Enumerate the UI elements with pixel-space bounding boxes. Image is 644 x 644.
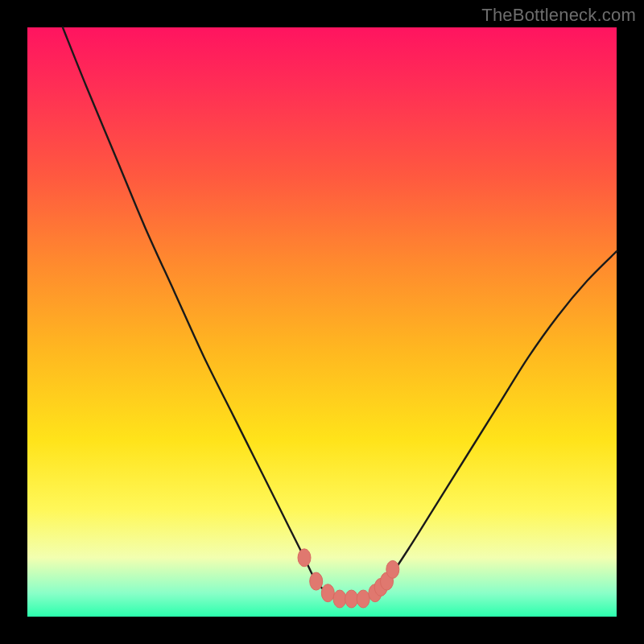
- bottleneck-curve: [63, 27, 617, 600]
- plot-area: [27, 27, 617, 617]
- highlight-marker: [357, 590, 369, 608]
- chart-frame: TheBottleneck.com: [0, 0, 644, 644]
- highlight-marker: [298, 549, 311, 567]
- highlight-marker: [386, 560, 399, 578]
- watermark-text: TheBottleneck.com: [481, 5, 636, 26]
- curve-svg: [27, 27, 617, 617]
- highlight-marker: [321, 584, 334, 602]
- highlight-marker: [345, 590, 358, 608]
- highlight-markers: [298, 549, 399, 608]
- highlight-marker: [310, 572, 323, 590]
- highlight-marker: [333, 590, 346, 608]
